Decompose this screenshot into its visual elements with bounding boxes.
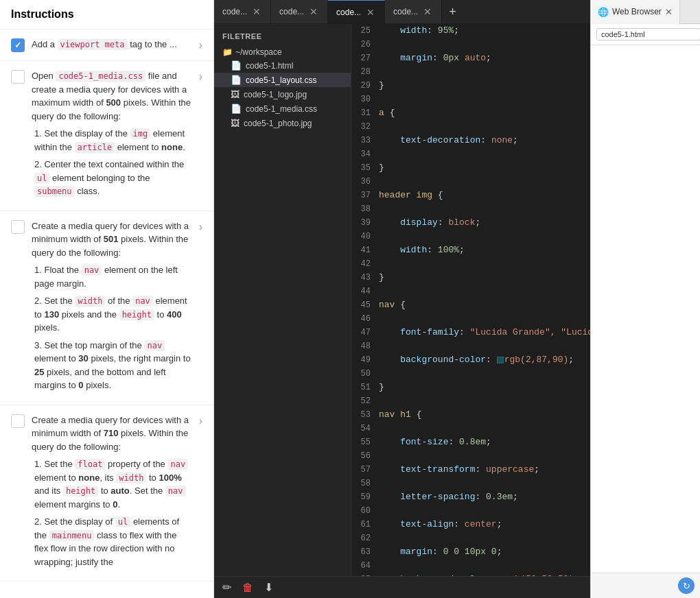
code-line-56: 56 [351,449,590,463]
code-line-53: 53 nav h1 { [351,408,590,422]
sub-item-2-2: Center the text contained within the ul … [34,158,192,198]
code-line-39: 39 display: block; [351,216,590,230]
file-tree: FILETREE 📁 ~/workspace 📄 code5-1.html 📄 … [214,24,351,576]
tab-2-close[interactable]: ✕ [308,5,319,18]
sub-item-4-2: Set the display of ul elements of the ma… [34,515,192,569]
pencil-icon[interactable]: ✏ [222,581,231,594]
browser-tabs: 🌐 Web Browser ✕ [591,0,700,24]
tab-1[interactable]: code... ✕ [214,0,271,24]
code-submenu: submenu [34,186,75,197]
task-checkbox-2[interactable] [11,70,25,84]
file-label-logo: code5-1_logo.jpg [244,90,307,99]
code-line-63: 63 margin: 0 0 10px 0; [351,545,590,559]
browser-address-bar: ↗ [591,24,700,45]
code-width-2: width [116,473,146,483]
code-float: float [75,459,105,470]
code-line-62: 62 [351,531,590,545]
file-icon-logo: 🖼 [231,89,240,99]
browser-tab-close[interactable]: ✕ [665,7,673,17]
task-item-4: Create a media query for devices with a … [0,405,213,582]
code-line-58: 58 [351,477,590,490]
code-line-61: 61 text-align: center; [351,518,590,531]
code-nav-5: nav [165,486,186,497]
code-line-48: 48 [351,339,590,353]
download-icon[interactable]: ⬇ [264,581,273,594]
code-line-33: 33 text-decoration: none; [351,134,590,147]
code-line-42: 42 [351,257,590,271]
code-line-35: 35 } [351,161,590,175]
code-ul-2: ul [115,516,130,527]
code-width-1: width [75,296,105,307]
task-checkbox-4[interactable] [11,414,25,428]
instructions-header: Instructions [0,0,213,29]
browser-address-input[interactable] [596,28,700,40]
code-article: article [75,142,115,153]
refresh-button[interactable]: ↻ [678,577,695,594]
code-line-54: 54 [351,422,590,435]
code-line-43: 43 } [351,271,590,285]
code-line-60: 60 [351,504,590,518]
file-item-logo[interactable]: 🖼 code5-1_logo.jpg [214,87,351,101]
tab-4[interactable]: code... ✕ [385,0,442,24]
code-line-38: 38 [351,202,590,216]
task-content-2: Open code5-1_media.css file and create a… [32,69,192,202]
code-line-50: 50 [351,367,590,381]
code-line-51: 51 } [351,381,590,394]
tab-3-label: code... [336,8,361,17]
code-nav-2: nav [132,296,153,307]
file-label-layout: code5-1_layout.css [246,75,316,85]
browser-bottom-bar: ↻ [591,573,700,598]
browser-content [591,45,700,573]
tab-2[interactable]: code... ✕ [271,0,328,24]
code-nav-1: nav [82,265,102,276]
code-line-36: 36 [351,175,590,189]
task-arrow-4[interactable]: › [199,415,202,427]
task-checkbox-3[interactable] [11,220,25,234]
browser-tab[interactable]: 🌐 Web Browser ✕ [591,0,680,24]
code-height-1: height [119,309,154,320]
task-checkbox-1[interactable] [11,38,25,52]
tab-4-close[interactable]: ✕ [422,5,433,18]
code-line-30: 30 [351,93,590,106]
code-nav-3: nav [144,340,165,351]
code-line-32: 32 [351,120,590,134]
code-editor[interactable]: 25 width: 95%; 26 27 margin: 0px auto; 2… [351,24,590,576]
tab-add-button[interactable]: + [442,5,463,19]
file-item-media-css[interactable]: 📄 code5-1_media.css [214,101,351,116]
code-height-2: height [63,486,98,497]
file-icon-layout: 📄 [231,75,242,85]
tab-1-close[interactable]: ✕ [251,5,262,18]
task-content-4: Create a media query for devices with a … [32,414,192,573]
code-line-55: 55 font-size: 0.8em; [351,435,590,449]
tab-1-label: code... [222,7,247,16]
code-line-34: 34 [351,147,590,161]
sub-item-3-2: Set the width of the nav element to 130 … [34,294,192,335]
code-img: img [130,128,151,139]
tab-3[interactable]: code... ✕ [328,0,385,24]
code-line-59: 59 letter-spacing: 0.3em; [351,490,590,504]
file-icon-media: 📄 [231,104,242,114]
globe-icon: 🌐 [598,7,609,17]
delete-icon[interactable]: 🗑 [242,582,253,594]
code-line-47: 47 font-family: "Lucida Grande", "Lucid … [351,326,590,339]
instructions-title: Instructions [11,8,74,21]
code-line-29: 29 } [351,79,590,93]
file-item-layout-css[interactable]: 📄 code5-1_layout.css [214,73,351,87]
task-arrow-3[interactable]: › [199,221,202,233]
file-item-photo[interactable]: 🖼 code5-1_photo.jpg [214,116,351,130]
code-line-27: 27 margin: 0px auto; [351,51,590,65]
tab-3-close[interactable]: ✕ [365,6,376,19]
task-arrow-2[interactable]: › [199,71,202,83]
sub-item-3-3: Set the top margin of the nav element to… [34,339,192,392]
task-arrow-1[interactable]: › [199,39,202,51]
editor-area: FILETREE 📁 ~/workspace 📄 code5-1.html 📄 … [214,24,590,576]
task-item-3: Create a media query for devices with a … [0,211,213,405]
code-line-40: 40 [351,230,590,243]
file-item-html[interactable]: 📄 code5-1.html [214,58,351,73]
code-nav-4: nav [167,459,188,470]
task-content-3: Create a media query for devices with a … [32,219,192,396]
tab-4-label: code... [393,7,418,16]
tabs-bar: code... ✕ code... ✕ code... ✕ code... ✕ … [214,0,590,24]
code-line-57: 57 text-transform: uppercase; [351,463,590,477]
task-item-2: Open code5-1_media.css file and create a… [0,61,213,211]
